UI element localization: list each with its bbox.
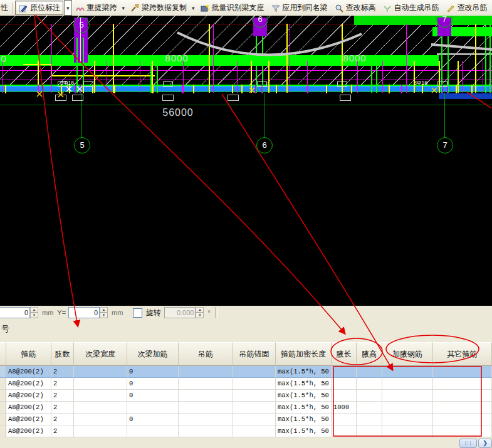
cell-haunch-length[interactable]	[332, 378, 357, 390]
cell-haunch-length[interactable]	[332, 414, 357, 425]
apply-to-same-name-beam-button[interactable]: 应用到同名梁	[268, 1, 331, 15]
cell-other-stirrup[interactable]	[433, 402, 492, 414]
cell-sub-rebar[interactable]: 0	[127, 414, 179, 425]
cell-sub-width[interactable]	[74, 414, 127, 425]
row-header-cell[interactable]	[0, 390, 6, 402]
cell-stirrup[interactable]: A8@200(2)	[6, 425, 51, 437]
cell-haunch-height[interactable]	[357, 402, 382, 414]
cell-legs[interactable]: 2	[51, 414, 74, 425]
col-header-sub-width[interactable]: 次梁宽度	[74, 342, 127, 366]
cell-sub-width[interactable]	[74, 390, 127, 402]
col-header-stirrup[interactable]: 箍筋	[6, 342, 51, 366]
cell-stirrup[interactable]: A8@200(2)	[6, 390, 51, 402]
cell-other-stirrup[interactable]	[433, 378, 492, 390]
cell-dense-length[interactable]: max(1.5*h, 50	[276, 378, 332, 390]
cell-hang-anchor[interactable]	[233, 390, 276, 402]
cell-sub-rebar[interactable]: 0	[127, 366, 179, 378]
rotate-angle-input[interactable]: 0.000	[164, 307, 196, 318]
check-edit-hanger-rebar-button[interactable]: 查改吊筋	[442, 1, 491, 15]
cell-legs[interactable]: 2	[51, 366, 74, 378]
cell-hang-anchor[interactable]	[233, 414, 276, 425]
copy-span-data-dropdown chevron-down-icon[interactable]: ▾	[190, 3, 197, 13]
cell-hang[interactable]	[179, 402, 233, 414]
cell-stirrup[interactable]: A8@200(2)	[6, 402, 51, 414]
cell-other-stirrup[interactable]	[433, 390, 492, 402]
cell-haunch-height[interactable]	[357, 378, 382, 390]
rotate-angle-stepper[interactable]: ▲▼	[196, 307, 204, 318]
cell-haunch-rebar[interactable]	[382, 366, 433, 378]
cell-other-stirrup[interactable]	[433, 414, 492, 425]
row-header-cell[interactable]	[0, 366, 6, 378]
cell-sub-width[interactable]	[74, 366, 127, 378]
cell-haunch-height[interactable]	[357, 414, 382, 425]
cell-hang-anchor[interactable]	[233, 425, 276, 437]
cell-legs[interactable]: 2	[51, 390, 74, 402]
cell-hang[interactable]	[179, 425, 233, 437]
col-header-haunch-height[interactable]: 腋高	[357, 342, 382, 366]
in-situ-annotation-dropdown chevron-down-icon[interactable]: ▾	[64, 0, 72, 16]
cell-hang-anchor[interactable]	[233, 378, 276, 390]
cell-dense-length[interactable]: max(1.5*h, 50	[276, 390, 332, 402]
in-situ-annotation-button[interactable]: 原位标注	[15, 1, 63, 15]
cell-hang[interactable]	[179, 390, 233, 402]
col-header-hang[interactable]: 吊筋	[179, 342, 233, 366]
x-coordinate-input[interactable]: 0	[0, 307, 30, 318]
repick-beam-span-button[interactable]: 重提梁跨	[72, 1, 120, 15]
table-row[interactable]: A8@200(2) 2 0 max(1.5*h, 50	[0, 366, 492, 378]
table-row[interactable]: A8@200(2) 2 max(1.5*h, 50	[0, 425, 492, 437]
cell-legs[interactable]: 2	[51, 425, 74, 437]
y-coordinate-input[interactable]: 0	[68, 307, 100, 318]
col-header-haunch-rebar[interactable]: 加腋钢筋	[382, 342, 433, 366]
cell-haunch-rebar[interactable]	[382, 402, 433, 414]
row-header-cell[interactable]	[0, 414, 6, 425]
cell-dense-length[interactable]: max(1.5*h, 50	[276, 425, 332, 437]
cell-stirrup[interactable]: A8@200(2)	[6, 366, 51, 378]
cell-haunch-length[interactable]	[332, 366, 357, 378]
col-header-other-stirrup[interactable]: 其它箍筋	[433, 342, 492, 366]
rotate-checkbox[interactable]	[133, 308, 142, 318]
cell-stirrup[interactable]: A8@200(2)	[6, 414, 51, 425]
table-row[interactable]: A8@200(2) 2 0 max(1.5*h, 50	[0, 414, 492, 425]
check-edit-elevation-button[interactable]: 查改标高	[331, 1, 379, 15]
cell-other-stirrup[interactable]	[433, 425, 492, 437]
col-header-hang-anchor[interactable]: 吊筋锚固	[233, 342, 276, 366]
cell-sub-rebar[interactable]: 0	[127, 390, 179, 402]
cell-dense-length[interactable]: max(1.5*h, 50	[276, 366, 332, 378]
copy-span-data-button[interactable]: 梁跨数据复制	[127, 1, 190, 15]
cell-haunch-rebar[interactable]	[382, 425, 433, 437]
cell-haunch-rebar[interactable]	[382, 390, 433, 402]
cell-haunch-length[interactable]	[332, 390, 357, 402]
auto-generate-hanger-rebar-button[interactable]: 自动生成吊筋	[379, 1, 442, 15]
cell-sub-rebar[interactable]	[127, 425, 179, 437]
table-row[interactable]: A8@200(2) 2 0 max(1.5*h, 50	[0, 390, 492, 402]
horizontal-scrollbar-thumb[interactable]	[459, 439, 477, 448]
cell-haunch-length[interactable]	[332, 425, 357, 437]
cell-sub-rebar[interactable]: 0	[127, 378, 179, 390]
cell-haunch-height[interactable]	[357, 425, 382, 437]
cell-dense-length[interactable]: max(1.5*h, 50	[276, 414, 332, 425]
repick-beam-span-dropdown chevron-down-icon[interactable]: ▾	[120, 3, 127, 13]
cell-hang[interactable]	[179, 366, 233, 378]
cell-legs[interactable]: 2	[51, 378, 74, 390]
cell-haunch-rebar[interactable]	[382, 414, 433, 425]
col-header-sub-rebar[interactable]: 次梁加筋	[127, 342, 179, 366]
cell-haunch-height[interactable]	[357, 366, 382, 378]
cell-stirrup[interactable]: A8@200(2)	[6, 378, 51, 390]
cell-haunch-length[interactable]: 1000	[332, 402, 357, 414]
cell-hang-anchor[interactable]	[233, 366, 276, 378]
table-row[interactable]: A8@200(2) 2 max(1.5*h, 50 1000	[0, 402, 492, 414]
x-coordinate-stepper[interactable]: ▲▼	[30, 307, 38, 318]
row-header-cell[interactable]	[0, 378, 6, 390]
cell-haunch-height[interactable]	[357, 390, 382, 402]
col-header-legs[interactable]: 肢数	[51, 342, 74, 366]
cell-sub-width[interactable]	[74, 402, 127, 414]
cell-hang[interactable]	[179, 378, 233, 390]
row-header-cell[interactable]	[0, 402, 6, 414]
cell-hang[interactable]	[179, 414, 233, 425]
cell-sub-width[interactable]	[74, 425, 127, 437]
cell-dense-length[interactable]: max(1.5*h, 50	[276, 402, 332, 414]
row-header-cell[interactable]	[0, 425, 6, 437]
cell-other-stirrup[interactable]	[433, 366, 492, 378]
col-header-haunch-length[interactable]: 腋长	[332, 342, 357, 366]
scroll-right-button[interactable]: ❯	[478, 439, 492, 448]
